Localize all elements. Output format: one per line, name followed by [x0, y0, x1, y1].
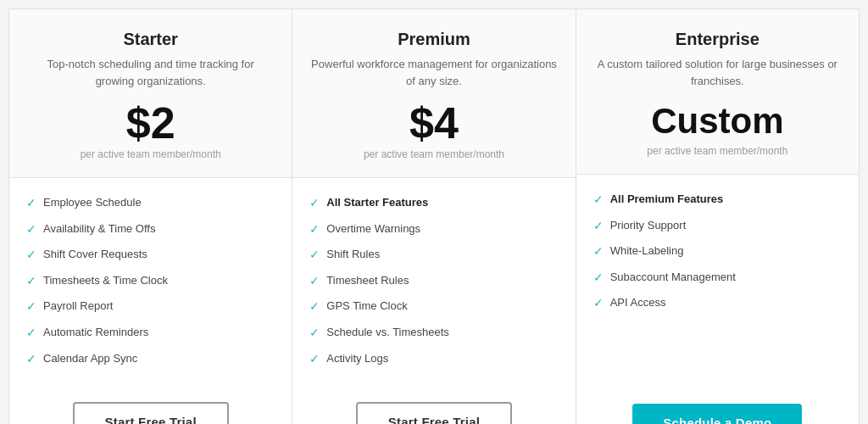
check-icon: ✓ [26, 298, 36, 315]
check-icon: ✓ [593, 270, 604, 287]
premium-price: $4 [309, 101, 558, 145]
enterprise-feature-3: ✓ Subaccount Management [593, 270, 842, 287]
starter-feature-text-3: Timesheets & Time Clock [43, 273, 168, 288]
enterprise-feature-1: ✓ Priority Support [593, 218, 842, 235]
starter-body: ✓ Employee Schedule ✓ Availability & Tim… [9, 178, 292, 424]
check-icon: ✓ [309, 247, 320, 264]
enterprise-feature-4: ✓ API Access [593, 295, 842, 312]
premium-features: ✓ All Starter Features ✓ Overtime Warnin… [309, 195, 558, 377]
starter-feature-text-4: Payroll Report [43, 298, 113, 314]
starter-feature-text-1: Availability & Time Offs [43, 221, 155, 237]
starter-price: $2 [26, 101, 275, 145]
enterprise-feature-text-4: API Access [610, 295, 666, 310]
enterprise-cta-area: Schedule a Demo [593, 395, 842, 424]
enterprise-feature-text-1: Priority Support [610, 218, 687, 233]
check-icon: ✓ [309, 221, 320, 238]
card-starter: Starter Top-notch scheduling and time tr… [8, 8, 292, 424]
premium-header: Premium Powerful workforce management fo… [292, 9, 575, 178]
enterprise-feature-text-3: Subaccount Management [610, 270, 736, 285]
premium-feature-text-4: GPS Time Clock [326, 298, 407, 314]
check-icon: ✓ [593, 243, 604, 260]
premium-feature-2: ✓ Shift Rules [309, 247, 558, 264]
starter-feature-6: ✓ Calendar App Sync [26, 351, 275, 368]
starter-feature-text-0: Employee Schedule [43, 195, 142, 210]
premium-feature-text-5: Schedule vs. Timesheets [326, 325, 449, 340]
starter-cta-button[interactable]: Start Free Trial [73, 402, 229, 424]
starter-feature-5: ✓ Automatic Reminders [26, 325, 275, 342]
enterprise-cta-button[interactable]: Schedule a Demo [632, 404, 802, 424]
starter-feature-0: ✓ Employee Schedule [26, 195, 275, 212]
premium-feature-text-0: All Starter Features [326, 195, 428, 210]
starter-header: Starter Top-notch scheduling and time tr… [9, 9, 292, 178]
pricing-container: Starter Top-notch scheduling and time tr… [8, 8, 860, 424]
enterprise-feature-0: ✓ All Premium Features [593, 192, 842, 209]
starter-cta-area: Start Free Trial [26, 393, 275, 424]
enterprise-features: ✓ All Premium Features ✓ Priority Suppor… [593, 192, 842, 378]
premium-feature-3: ✓ Timesheet Rules [309, 273, 558, 290]
check-icon: ✓ [593, 218, 604, 235]
check-icon: ✓ [26, 195, 36, 212]
check-icon: ✓ [26, 247, 36, 264]
premium-feature-0: ✓ All Starter Features [309, 195, 558, 212]
premium-feature-text-6: Activity Logs [326, 351, 388, 366]
check-icon: ✓ [26, 221, 36, 238]
check-icon: ✓ [309, 273, 320, 290]
check-icon: ✓ [593, 295, 604, 312]
enterprise-header: Enterprise A custom tailored solution fo… [576, 9, 859, 175]
enterprise-price: Custom [593, 101, 842, 142]
premium-feature-text-1: Overtime Warnings [326, 221, 420, 237]
starter-description: Top-notch scheduling and time tracking f… [26, 56, 275, 89]
check-icon: ✓ [26, 273, 36, 290]
premium-price-period: per active team member/month [309, 148, 558, 160]
card-premium: Premium Powerful workforce management fo… [292, 8, 575, 424]
enterprise-price-period: per active team member/month [593, 145, 842, 157]
enterprise-description: A custom tailored solution for large bus… [593, 56, 842, 89]
starter-title: Starter [26, 30, 275, 49]
check-icon: ✓ [26, 325, 36, 342]
premium-feature-text-2: Shift Rules [326, 247, 380, 262]
check-icon: ✓ [26, 351, 36, 368]
starter-price-period: per active team member/month [26, 148, 275, 160]
starter-feature-text-5: Automatic Reminders [43, 325, 148, 340]
enterprise-body: ✓ All Premium Features ✓ Priority Suppor… [576, 175, 859, 424]
check-icon: ✓ [309, 298, 320, 315]
card-enterprise: Enterprise A custom tailored solution fo… [576, 8, 860, 424]
check-icon: ✓ [309, 195, 320, 212]
enterprise-feature-text-2: White-Labeling [610, 243, 684, 259]
enterprise-feature-2: ✓ White-Labeling [593, 243, 842, 260]
premium-description: Powerful workforce management for organi… [309, 56, 558, 89]
enterprise-title: Enterprise [593, 30, 842, 49]
starter-feature-4: ✓ Payroll Report [26, 298, 275, 315]
starter-feature-1: ✓ Availability & Time Offs [26, 221, 275, 238]
check-icon: ✓ [309, 325, 320, 342]
premium-cta-button[interactable]: Start Free Trial [356, 402, 512, 424]
premium-title: Premium [309, 30, 558, 49]
premium-body: ✓ All Starter Features ✓ Overtime Warnin… [292, 178, 575, 424]
enterprise-feature-text-0: All Premium Features [610, 192, 724, 207]
premium-feature-5: ✓ Schedule vs. Timesheets [309, 325, 558, 342]
starter-feature-text-2: Shift Cover Requests [43, 247, 147, 262]
check-icon: ✓ [309, 351, 320, 368]
starter-features: ✓ Employee Schedule ✓ Availability & Tim… [26, 195, 275, 377]
check-icon: ✓ [593, 192, 604, 209]
starter-feature-text-6: Calendar App Sync [43, 351, 137, 366]
starter-feature-3: ✓ Timesheets & Time Clock [26, 273, 275, 290]
premium-feature-6: ✓ Activity Logs [309, 351, 558, 368]
premium-feature-text-3: Timesheet Rules [326, 273, 409, 288]
starter-feature-2: ✓ Shift Cover Requests [26, 247, 275, 264]
premium-cta-area: Start Free Trial [309, 393, 558, 424]
premium-feature-1: ✓ Overtime Warnings [309, 221, 558, 238]
premium-feature-4: ✓ GPS Time Clock [309, 298, 558, 315]
